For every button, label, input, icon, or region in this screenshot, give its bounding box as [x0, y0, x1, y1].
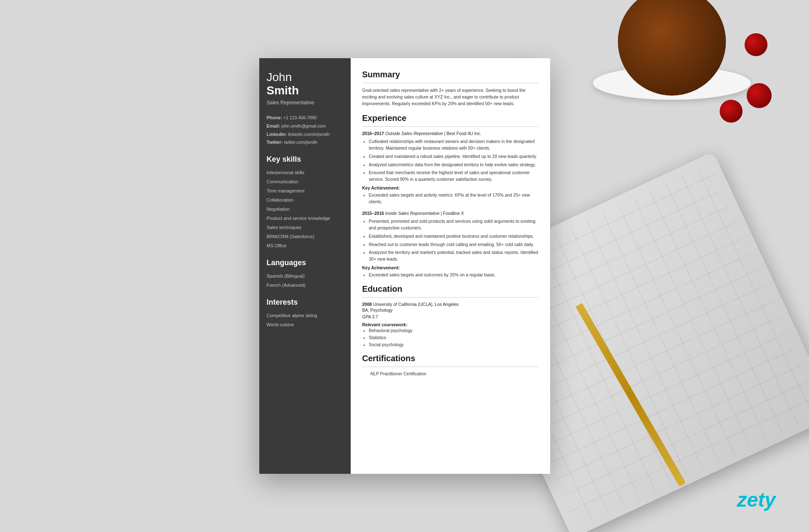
twitter-label: Twitter:: [267, 140, 283, 145]
decorative-cherry-2: [747, 83, 772, 108]
zety-logo: zety: [737, 488, 776, 511]
exp-bullet: Presented, promoted and sold products an…: [369, 218, 539, 232]
twitter-item: Twitter: twitter.com/jsmith: [267, 138, 343, 147]
education-blocks: 2008 University of California (UCLA), Lo…: [362, 302, 539, 348]
coursework-item: Behavioral psychology: [369, 327, 539, 334]
certifications-divider: [362, 367, 539, 367]
language-item: Spanish (Bilingual): [267, 271, 343, 281]
achievement-bullets: Exceeded sales targets and activity metr…: [362, 192, 539, 205]
experience-divider: [362, 126, 539, 127]
first-name: John: [267, 71, 343, 84]
exp-bullet: Analyzed sales/metrics data from the des…: [369, 162, 539, 168]
languages-list: Spanish (Bilingual)French (Advanced): [267, 271, 343, 290]
phone-value: +1 123-456-7890: [283, 115, 317, 120]
skill-item: BRM/CRM (Salesforce): [267, 232, 343, 241]
contact-block: Phone: +1 123-456-7890 Email: john.smith…: [267, 114, 343, 147]
certifications-section: Certifications NLP Practitioner Certific…: [362, 354, 539, 376]
achievement-bullet: Exceeded sales targets and outcomes by 2…: [369, 272, 539, 278]
certification-item: NLP Practitioner Certification: [362, 371, 539, 376]
exp-bullet: Ensured that merchants receive the highe…: [369, 170, 539, 183]
phone-item: Phone: +1 123-456-7890: [267, 114, 343, 122]
decorative-cherry-1: [745, 33, 767, 56]
email-label: Email:: [267, 123, 280, 128]
certifications-list: NLP Practitioner Certification: [362, 371, 539, 376]
email-value: john.smith@gmail.com: [282, 123, 326, 128]
edu-year: 2008: [362, 302, 372, 307]
experience-title: Experience: [362, 113, 539, 123]
edu-degree: BA, Psychology: [362, 307, 539, 314]
coursework-label: Relevant coursework:: [362, 322, 539, 327]
skill-item: MS Office: [267, 241, 343, 250]
experience-section: Experience 2016–2017 Outside Sales Repre…: [362, 113, 539, 278]
email-item: Email: john.smith@gmail.com: [267, 122, 343, 131]
interests-section-title: Interests: [267, 298, 343, 307]
linkedin-label: LinkedIn:: [267, 132, 287, 137]
exp-bullet: Established, developed and maintained po…: [369, 233, 539, 240]
skill-item: Sales techniques: [267, 223, 343, 232]
last-name: Smith: [267, 84, 299, 97]
exp-role: Outside Sales Representative: [385, 131, 443, 136]
edu-header: 2008 University of California (UCLA), Lo…: [362, 302, 539, 307]
edu-gpa: GPA 3.7: [362, 313, 539, 320]
skill-item: Negotiation: [267, 204, 343, 214]
education-title: Education: [362, 284, 539, 294]
education-entry: 2008 University of California (UCLA), Lo…: [362, 302, 539, 348]
language-item: French (Advanced): [267, 281, 343, 290]
skill-item: Communication: [267, 177, 343, 186]
languages-section-title: Languages: [267, 259, 343, 267]
coursework-item: Social psychology: [369, 341, 539, 348]
summary-text: Goal-oriented sales representative with …: [362, 87, 539, 107]
skill-item: Collaboration: [267, 195, 343, 204]
resume-main: Summary Goal-oriented sales representati…: [351, 58, 550, 474]
exp-bullet: Cultivated relationships with restaurant…: [369, 138, 539, 152]
key-achievement-label: Key Achievement:: [362, 265, 539, 270]
key-achievement-label: Key Achievement:: [362, 185, 539, 190]
achievement-bullet: Exceeded sales targets and activity metr…: [369, 192, 539, 205]
decorative-cherry-3: [720, 100, 743, 123]
experience-entry: 2015–2016 Inside Sales Representative | …: [362, 211, 539, 278]
exp-year: 2016–2017: [362, 131, 384, 136]
interest-item: Competitive alpine skiing: [267, 311, 343, 320]
exp-bullets: Cultivated relationships with restaurant…: [362, 138, 539, 183]
coursework-item: Statistics: [369, 334, 539, 341]
resume-document: John Smith Sales Representative Phone: +…: [259, 58, 550, 474]
skill-item: Time management: [267, 186, 343, 195]
resume-sidebar: John Smith Sales Representative Phone: +…: [259, 58, 351, 474]
twitter-value: twitter.com/jsmith: [284, 140, 317, 145]
coursework-list: Behavioral psychologyStatisticsSocial ps…: [362, 327, 539, 348]
exp-bullet: Analyzed the territory and market's pote…: [369, 249, 539, 263]
exp-bullet: Reached out to customer leads through co…: [369, 241, 539, 248]
phone-label: Phone:: [267, 115, 282, 120]
achievement-bullets: Exceeded sales targets and outcomes by 2…: [362, 272, 539, 278]
skills-list: Interpersonal skillsCommunicationTime ma…: [267, 168, 343, 250]
name-block: John Smith: [267, 71, 343, 97]
certifications-title: Certifications: [362, 354, 539, 363]
exp-header: 2015–2016 Inside Sales Representative | …: [362, 211, 539, 216]
exp-role: Inside Sales Representative: [385, 211, 440, 216]
summary-section: Summary Goal-oriented sales representati…: [362, 70, 539, 107]
linkedin-item: LinkedIn: linkedin.com/in/jsmith: [267, 131, 343, 139]
exp-header: 2016–2017 Outside Sales Representative |…: [362, 131, 539, 136]
education-divider: [362, 297, 539, 298]
exp-year: 2015–2016: [362, 211, 384, 216]
summary-title: Summary: [362, 70, 539, 79]
interests-list: Competitive alpine skiingWorld cuisine: [267, 311, 343, 329]
experience-blocks: 2016–2017 Outside Sales Representative |…: [362, 131, 539, 278]
exp-bullet: Created and maintained a robust sales pi…: [369, 153, 539, 160]
interest-item: World cuisine: [267, 320, 343, 329]
summary-divider: [362, 83, 539, 83]
education-section: Education 2008 University of California …: [362, 284, 539, 348]
job-title: Sales Representative: [267, 100, 343, 106]
exp-bullets: Presented, promoted and sold products an…: [362, 218, 539, 263]
experience-entry: 2016–2017 Outside Sales Representative |…: [362, 131, 539, 205]
skills-section-title: Key skills: [267, 155, 343, 164]
linkedin-value: linkedin.com/in/jsmith: [288, 132, 330, 137]
skill-item: Product and service knowledge: [267, 214, 343, 223]
skill-item: Interpersonal skills: [267, 168, 343, 177]
